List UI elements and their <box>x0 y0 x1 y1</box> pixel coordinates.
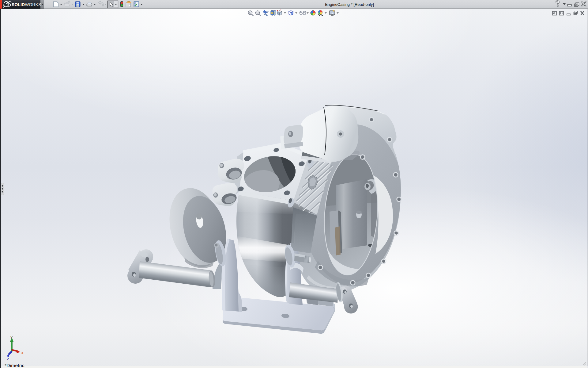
svg-text:Z: Z <box>7 357 9 361</box>
svg-text:X: X <box>21 351 24 355</box>
svg-text:Y: Y <box>10 335 13 339</box>
svg-text:SOLIDWORKS: SOLIDWORKS <box>12 2 41 7</box>
